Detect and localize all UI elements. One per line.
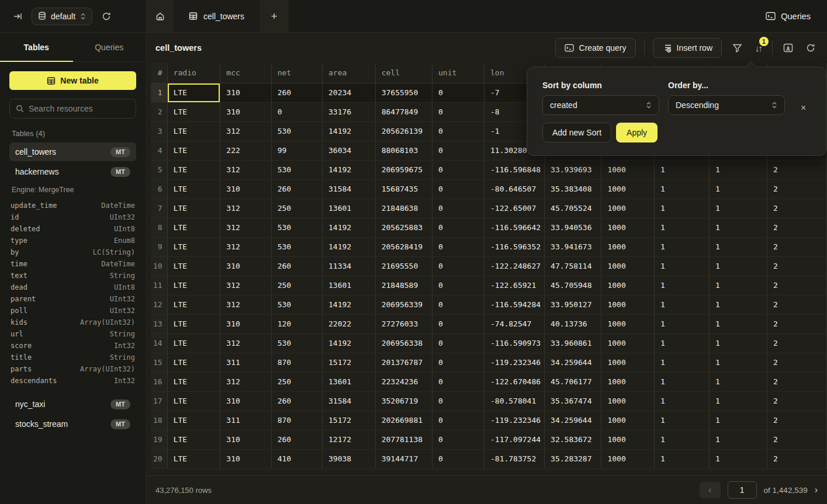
sort-column-select[interactable]: created bbox=[542, 95, 659, 115]
cell[interactable]: LTE bbox=[167, 160, 220, 179]
cell[interactable]: LTE bbox=[167, 430, 220, 449]
cell[interactable]: 1 bbox=[710, 391, 767, 411]
cell[interactable]: 530 bbox=[271, 295, 322, 314]
cell[interactable]: LTE bbox=[167, 237, 220, 256]
cell[interactable]: 35206719 bbox=[375, 391, 432, 411]
cell[interactable]: 207781138 bbox=[375, 430, 432, 449]
cell[interactable]: 530 bbox=[271, 333, 322, 353]
cell[interactable]: LTE bbox=[167, 121, 220, 141]
cell[interactable]: 310 bbox=[220, 179, 271, 199]
cell[interactable]: 35.383408 bbox=[545, 179, 601, 199]
cell[interactable]: 2 bbox=[767, 430, 827, 449]
cell[interactable]: 312 bbox=[220, 295, 271, 314]
cell[interactable]: 33.950127 bbox=[545, 295, 601, 314]
cell[interactable]: 310 bbox=[220, 83, 271, 102]
cell[interactable]: 0 bbox=[432, 141, 484, 160]
cell[interactable]: 14192 bbox=[322, 333, 375, 353]
download-button[interactable] bbox=[781, 41, 795, 55]
cell[interactable]: 310 bbox=[220, 256, 271, 276]
cell[interactable]: 1 bbox=[710, 160, 767, 179]
cell[interactable]: 15172 bbox=[322, 353, 375, 372]
cell[interactable]: 202669881 bbox=[375, 411, 432, 430]
cell[interactable]: 45.706177 bbox=[545, 372, 601, 391]
cell[interactable]: 1 bbox=[710, 276, 767, 295]
row-number-cell[interactable]: 14 bbox=[151, 333, 167, 353]
row-number-cell[interactable]: 17 bbox=[151, 391, 167, 411]
sidebar-item-cell-towers[interactable]: cell_towers MT bbox=[9, 142, 136, 161]
new-tab-button[interactable]: + bbox=[259, 0, 289, 32]
cell[interactable]: 120 bbox=[271, 314, 322, 333]
cell[interactable]: 33.940536 bbox=[545, 218, 601, 237]
home-button[interactable] bbox=[146, 0, 174, 32]
cell[interactable]: 1000 bbox=[601, 256, 655, 276]
cell[interactable]: 530 bbox=[271, 218, 322, 237]
row-number-cell[interactable]: 5 bbox=[151, 160, 167, 179]
cell[interactable]: -116.596848 bbox=[484, 160, 544, 179]
cell[interactable]: 0 bbox=[432, 276, 484, 295]
cell[interactable]: 47.758114 bbox=[545, 256, 601, 276]
cell[interactable]: 1 bbox=[710, 449, 767, 468]
cell[interactable]: 2 bbox=[767, 256, 827, 276]
cell[interactable]: 86477849 bbox=[375, 102, 432, 121]
cell[interactable]: 260 bbox=[271, 179, 322, 199]
cell[interactable]: -116.596642 bbox=[484, 218, 544, 237]
database-selector[interactable]: default bbox=[32, 8, 92, 25]
cell[interactable]: 33176 bbox=[322, 102, 375, 121]
row-number-cell[interactable]: 3 bbox=[151, 121, 167, 141]
cell[interactable]: 14192 bbox=[322, 237, 375, 256]
cell[interactable]: 1 bbox=[710, 218, 767, 237]
cell[interactable]: LTE bbox=[167, 295, 220, 314]
cell[interactable]: 310 bbox=[220, 391, 271, 411]
cell[interactable]: 22324236 bbox=[375, 372, 432, 391]
cell[interactable]: 312 bbox=[220, 121, 271, 141]
cell[interactable]: 0 bbox=[271, 102, 322, 121]
cell[interactable]: 310 bbox=[220, 430, 271, 449]
cell[interactable]: -122.65007 bbox=[484, 199, 544, 218]
cell[interactable]: 0 bbox=[432, 449, 484, 468]
cell[interactable]: 1 bbox=[655, 333, 710, 353]
cell[interactable]: 1000 bbox=[601, 314, 655, 333]
cell[interactable]: 0 bbox=[432, 256, 484, 276]
cell[interactable]: 1000 bbox=[601, 430, 655, 449]
cell[interactable]: 1 bbox=[710, 237, 767, 256]
cell[interactable]: 1 bbox=[655, 449, 710, 468]
apply-sort-button[interactable]: Apply bbox=[616, 123, 658, 142]
cell[interactable]: 2 bbox=[767, 160, 827, 179]
cell[interactable]: 0 bbox=[432, 121, 484, 141]
cell[interactable]: 0 bbox=[432, 199, 484, 218]
cell[interactable]: -74.82547 bbox=[484, 314, 544, 333]
cell[interactable]: 21848589 bbox=[375, 276, 432, 295]
cell[interactable]: 21848638 bbox=[375, 199, 432, 218]
cell[interactable]: LTE bbox=[167, 276, 220, 295]
cell[interactable]: 1 bbox=[710, 430, 767, 449]
cell[interactable]: 0 bbox=[432, 333, 484, 353]
column-header[interactable]: unit bbox=[432, 63, 484, 83]
cell[interactable]: 33.960861 bbox=[545, 333, 601, 353]
row-number-cell[interactable]: 15 bbox=[151, 353, 167, 372]
cell[interactable]: 2 bbox=[767, 333, 827, 353]
cell[interactable]: 13601 bbox=[322, 372, 375, 391]
cell[interactable]: 1 bbox=[655, 372, 710, 391]
cell[interactable]: 1000 bbox=[601, 179, 655, 199]
cell[interactable]: LTE bbox=[167, 141, 220, 160]
cell[interactable]: 99 bbox=[271, 141, 322, 160]
cell[interactable]: 310 bbox=[220, 314, 271, 333]
cell[interactable]: 1 bbox=[710, 295, 767, 314]
cell[interactable]: 1 bbox=[655, 199, 710, 218]
cell[interactable]: 2 bbox=[767, 237, 827, 256]
cell[interactable]: LTE bbox=[167, 411, 220, 430]
cell[interactable]: 205625883 bbox=[375, 218, 432, 237]
cell[interactable]: 2 bbox=[767, 449, 827, 468]
page-number-input[interactable] bbox=[728, 481, 757, 499]
cell[interactable]: 260 bbox=[271, 391, 322, 411]
row-number-cell[interactable]: 13 bbox=[151, 314, 167, 333]
new-table-button[interactable]: New table bbox=[9, 71, 136, 90]
cell[interactable]: 260 bbox=[271, 256, 322, 276]
cell[interactable]: 15687435 bbox=[375, 179, 432, 199]
cell[interactable]: 312 bbox=[220, 218, 271, 237]
cell[interactable]: 21695550 bbox=[375, 256, 432, 276]
column-header[interactable]: cell bbox=[375, 63, 432, 83]
cell[interactable]: 250 bbox=[271, 276, 322, 295]
cell[interactable]: 1000 bbox=[601, 353, 655, 372]
cell[interactable]: 1000 bbox=[601, 411, 655, 430]
